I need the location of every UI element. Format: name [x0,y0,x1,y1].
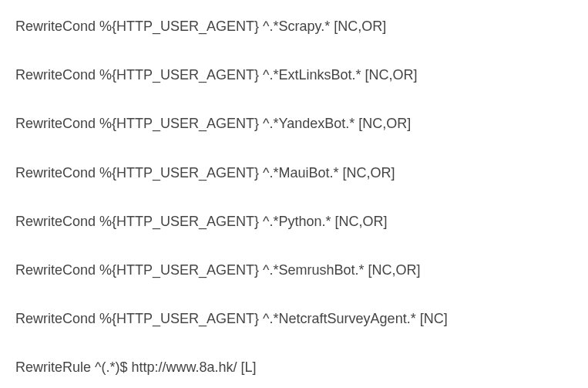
config-line: RewriteRule ^(.*)$ http://www.8a.hk/ [L] [15,358,573,377]
config-line: RewriteCond %{HTTP_USER_AGENT} ^.*Yandex… [15,114,573,133]
config-line: RewriteCond %{HTTP_USER_AGENT} ^.*ExtLin… [15,66,573,85]
config-line: RewriteCond %{HTTP_USER_AGENT} ^.*MauiBo… [15,164,573,183]
config-line: RewriteCond %{HTTP_USER_AGENT} ^.*Python… [15,212,573,231]
config-text-block: RewriteCond %{HTTP_USER_AGENT} ^.*Scrapy… [0,0,588,378]
config-line: RewriteCond %{HTTP_USER_AGENT} ^.*Netcra… [15,309,573,329]
config-line: RewriteCond %{HTTP_USER_AGENT} ^.*Semrus… [15,261,573,280]
config-line: RewriteCond %{HTTP_USER_AGENT} ^.*Scrapy… [15,17,573,36]
